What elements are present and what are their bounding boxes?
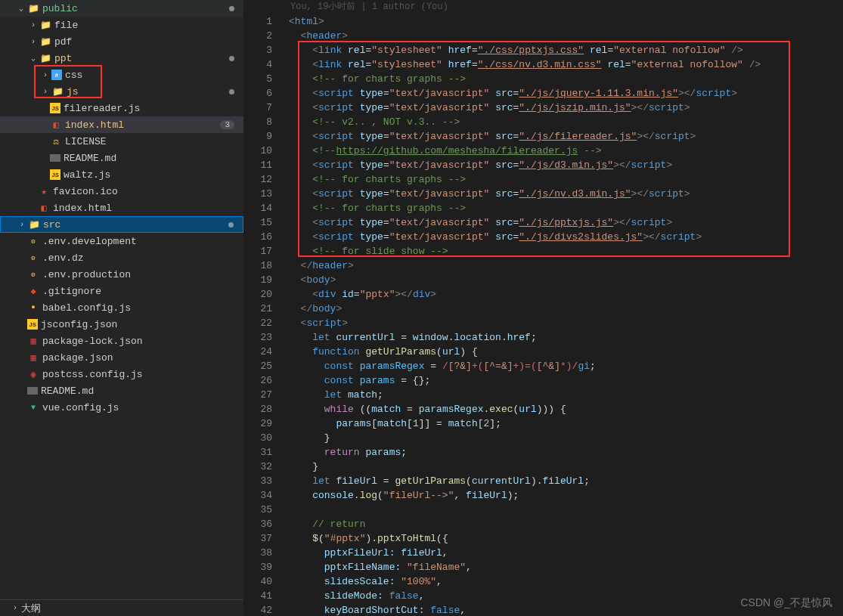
code-line: <!--https://github.com/meshesha/fileread… xyxy=(289,144,843,158)
config-icon: ⚙ xyxy=(27,235,39,247)
folder-icon: 📁 xyxy=(39,52,51,64)
postcss-icon: ◉ xyxy=(27,368,39,380)
file-label: .env.production xyxy=(42,269,131,280)
code-line: <script type="text/javascript" src="./js… xyxy=(289,101,843,115)
html-icon: ◧ xyxy=(50,119,62,131)
code-line: const params = {}; xyxy=(289,373,843,388)
chevron-down-icon: ⌄ xyxy=(27,54,39,63)
file-indexhtml[interactable]: ◧ index.html 3 xyxy=(0,116,243,133)
file-pkg[interactable]: ▦ package.json xyxy=(0,349,243,366)
code-line: <link rel="stylesheet" href="./css/pptxj… xyxy=(289,43,843,57)
file-label: .gitignore xyxy=(42,286,101,297)
file-label: jsconfig.json xyxy=(41,319,117,330)
file-readme[interactable]: README.md xyxy=(0,150,243,166)
folder-label: public xyxy=(42,3,78,14)
folder-icon: 📁 xyxy=(28,218,40,231)
chevron-right-icon: › xyxy=(27,21,39,29)
file-license[interactable]: ⚖ LICENSE xyxy=(0,133,243,150)
code-line: let match; xyxy=(289,388,843,402)
code-line: <script> xyxy=(289,316,843,330)
code-content[interactable]: You, 19小时前 | 1 author (You) <html> <head… xyxy=(281,0,843,616)
code-line: <!-- v2.. , NOT v.3.. --> xyxy=(289,115,843,129)
folder-file[interactable]: › 📁 file xyxy=(0,17,243,33)
folder-pdf[interactable]: › 📁 pdf xyxy=(0,33,243,50)
code-line: <!-- for charts graphs --> xyxy=(289,201,843,215)
code-line: } xyxy=(289,431,843,445)
file-label: LICENSE xyxy=(65,136,107,147)
js-icon: JS xyxy=(50,169,60,180)
file-filereader[interactable]: JS filereader.js xyxy=(0,100,243,116)
chevron-down-icon: ⌄ xyxy=(15,4,27,13)
code-line: <html> xyxy=(289,14,843,29)
npm-icon: ▦ xyxy=(27,351,39,364)
folder-public[interactable]: ⌄ 📁 public xyxy=(0,0,243,17)
folder-icon: 📁 xyxy=(39,36,51,48)
file-label: README.md xyxy=(64,153,116,164)
code-line: <body> xyxy=(289,273,843,287)
file-label: .env.development xyxy=(42,236,137,247)
file-jsconfig[interactable]: JS jsconfig.json xyxy=(0,316,243,333)
folder-src[interactable]: › 📁 src xyxy=(0,216,243,233)
code-line: <script type="text/javascript" src="./js… xyxy=(289,230,843,244)
code-line: <link rel="stylesheet" href="./css/nv.d3… xyxy=(289,57,843,72)
folder-icon: 📁 xyxy=(27,2,39,14)
npm-icon: ▦ xyxy=(27,335,39,347)
code-line: <script type="text/javascript" src="./js… xyxy=(289,129,843,144)
file-envprod[interactable]: ⚙ .env.production xyxy=(0,266,243,283)
file-label: index.html xyxy=(53,203,112,214)
vue-icon: ▼ xyxy=(27,401,39,413)
file-babel[interactable]: ● babel.config.js xyxy=(0,299,243,316)
file-vueconfig[interactable]: ▼ vue.config.js xyxy=(0,399,243,416)
license-icon: ⚖ xyxy=(50,135,62,147)
ico-icon: ★ xyxy=(38,185,50,197)
folder-label: src xyxy=(43,219,60,231)
file-envdz[interactable]: ⚙ .env.dz xyxy=(0,249,243,266)
modified-dot-icon xyxy=(229,6,234,11)
file-label: babel.config.js xyxy=(42,302,131,314)
markdown-icon xyxy=(50,154,60,162)
code-line: <header> xyxy=(289,29,843,43)
code-line: </header> xyxy=(289,258,843,273)
file-gitignore[interactable]: ◆ .gitignore xyxy=(0,283,243,299)
file-favicon[interactable]: ★ favicon.ico xyxy=(0,183,243,200)
code-line: while ((match = paramsRegex.exec(url))) … xyxy=(289,402,843,416)
outline-label: 大纲 xyxy=(21,602,41,615)
watermark: CSDN @_不是惊风 xyxy=(740,596,832,610)
folder-ppt[interactable]: ⌄ 📁 ppt xyxy=(0,50,243,67)
config-icon: ⚙ xyxy=(27,252,39,264)
code-line: // return xyxy=(289,517,843,531)
file-label: package.json xyxy=(42,352,113,364)
file-readme2[interactable]: README.md xyxy=(0,382,243,399)
file-envdev[interactable]: ⚙ .env.development xyxy=(0,233,243,249)
code-line: <div id="pptx"></div> xyxy=(289,287,843,302)
problems-badge: 3 xyxy=(220,120,234,129)
code-line: } xyxy=(289,460,843,474)
config-icon: ⚙ xyxy=(27,268,39,280)
file-label: favicon.ico xyxy=(53,186,118,197)
chevron-right-icon: › xyxy=(16,221,28,229)
folder-label: pdf xyxy=(54,36,72,48)
file-indexhtml2[interactable]: ◧ index.html xyxy=(0,200,243,216)
js-icon: JS xyxy=(27,319,38,330)
code-line: <!-- for slide show --> xyxy=(289,244,843,258)
file-label: waltz.js xyxy=(64,169,110,181)
code-line: $("#pptx").pptxToHtml({ xyxy=(289,531,843,546)
line-gutter: 1234567891011121314151617181920212223242… xyxy=(243,0,281,616)
code-line: console.log("fileUrl-->", fileUrl); xyxy=(289,488,843,503)
code-line: </body> xyxy=(289,302,843,316)
outline-panel[interactable]: › 大纲 xyxy=(0,599,243,616)
js-icon: JS xyxy=(50,103,60,113)
code-line: <!-- for charts graphs --> xyxy=(289,172,843,187)
file-waltz[interactable]: JS waltz.js xyxy=(0,166,243,183)
file-postcss[interactable]: ◉ postcss.config.js xyxy=(0,366,243,382)
markdown-icon xyxy=(27,387,38,395)
code-editor[interactable]: 1234567891011121314151617181920212223242… xyxy=(243,0,843,616)
code-line: <!-- for charts graphs --> xyxy=(289,72,843,86)
chevron-right-icon: › xyxy=(9,604,21,612)
code-line: <script type="text/javascript" src="./js… xyxy=(289,215,843,230)
code-line: <script type="text/javascript" src="./js… xyxy=(289,158,843,172)
file-pkglock[interactable]: ▦ package-lock.json xyxy=(0,333,243,349)
code-line: slidesScale: "100%", xyxy=(289,574,843,589)
file-label: filereader.js xyxy=(64,103,140,114)
code-line: let currentUrl = window.location.href; xyxy=(289,330,843,345)
